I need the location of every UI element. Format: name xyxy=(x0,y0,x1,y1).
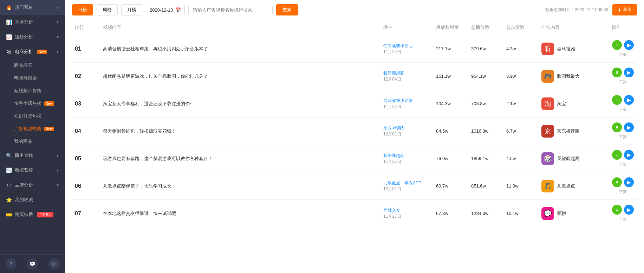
ad-name: 我智商超高 xyxy=(557,155,580,162)
sidebar-item-live-analysis[interactable]: 📊 直播分析 ▼ xyxy=(0,15,65,30)
total-play-cell: 1859.1w xyxy=(468,156,503,161)
search-button[interactable]: 搜索 xyxy=(276,4,298,15)
action-cell: ≡ ▶ 下架 xyxy=(609,150,637,167)
table-row: 02 超休闲悬疑解密游戏，过关全靠脑洞，你能过几关？ 我智商超高 12月04日 … xyxy=(72,63,637,90)
rank-cell: 03 xyxy=(72,101,100,107)
chevron-icon: ▼ xyxy=(56,6,59,9)
chevron-icon2: ▼ xyxy=(56,20,59,24)
sidebar-sub-kuaishou-shop[interactable]: 快手小店热榜 New xyxy=(0,97,65,110)
sidebar-sub-goods-search[interactable]: 商品搜索 xyxy=(0,59,65,72)
sidebar-sub-ad-video-rank[interactable]: 广告视频热榜 New xyxy=(0,122,65,135)
play-increase-cell: 161.1w xyxy=(433,74,468,79)
author-cell: 网购省钱小迷妹 11月27日 xyxy=(380,98,433,110)
detail-button[interactable]: ≡ xyxy=(612,95,622,105)
table-container: 排行 视频内容 播主 播放数增量 总播放数 总点赞数 广告内容 操作 01 高清… xyxy=(65,20,644,273)
date-value: 2020-12-10 xyxy=(150,7,173,13)
sidebar-sub-short-video-rank[interactable]: 短视频带货榜 xyxy=(0,84,65,97)
author-name[interactable]: 京东·特惠5 xyxy=(383,125,430,131)
ad-icon: 🎵 xyxy=(541,180,554,192)
play-increase-cell: 69.7w xyxy=(433,183,468,189)
search-input[interactable] xyxy=(188,5,273,15)
play-increase-cell: 84.5w xyxy=(433,128,468,134)
author-name[interactable]: 儿歌点点—早教APP xyxy=(383,180,430,186)
author-name[interactable]: 我智商超高 xyxy=(383,70,430,76)
play-button[interactable]: ▶ xyxy=(624,40,634,50)
detail-button[interactable]: ≡ xyxy=(612,122,622,132)
action-cell: ≡ ▶ 下架 xyxy=(609,68,637,85)
detail-button[interactable]: ≡ xyxy=(612,68,622,77)
tab-monthly[interactable]: 月榜 xyxy=(121,4,142,15)
live-icon: 📊 xyxy=(6,19,12,25)
sidebar-item-hot-material[interactable]: 🔥 热门素材 ▼ xyxy=(0,0,65,15)
chat-button[interactable]: 💬 xyxy=(27,258,38,269)
table-row: 06 儿歌点点陪伴孩子，快乐学习成长 儿歌点点—早教APP 12月01日 69.… xyxy=(72,172,637,200)
play-button[interactable]: ▶ xyxy=(624,205,634,215)
ad-name: 淘宝 xyxy=(557,101,566,107)
status-badge: 下架 xyxy=(619,52,627,57)
total-like-cell: 3.9w xyxy=(503,74,539,79)
hot-material-icon: 🔥 xyxy=(6,4,12,11)
author-cell: 京东·特惠5 12月01日 xyxy=(380,125,433,137)
author-name[interactable]: 我智商超高 xyxy=(383,153,430,159)
author-name[interactable]: 同城交友 xyxy=(383,208,430,214)
sidebar-item-ecommerce[interactable]: 🛍 电商分析 New ▲ xyxy=(0,44,65,59)
play-button[interactable]: ▶ xyxy=(624,95,634,105)
tab-weekly[interactable]: 周榜 xyxy=(97,4,118,15)
sidebar: 🔥 热门素材 ▼ 📊 直播分析 ▼ 📈 挂榜分析 ▼ 🛍 电商分析 New ▲ … xyxy=(0,0,65,273)
author-date: 11月27日 xyxy=(383,49,430,55)
play-increase-cell: 67.3w xyxy=(433,211,468,216)
play-button[interactable]: ▶ xyxy=(624,150,634,160)
header-right: 数据更新时间：2020-12-11 06:00 ⬆ 导出 xyxy=(545,4,637,15)
tab-daily[interactable]: 日榜 xyxy=(72,4,93,15)
ad-content-cell: 🎮 脑洞我最大 xyxy=(539,70,609,83)
mini-program-button[interactable]: ⬡ xyxy=(48,258,60,269)
main-content: 日榜 周榜 月榜 2020-12-10 📅 搜索 数据更新时间：2020-12-… xyxy=(65,0,644,273)
author-date: 11月27日 xyxy=(383,214,430,220)
play-button[interactable]: ▶ xyxy=(624,177,634,187)
table-header: 排行 视频内容 播主 播放数增量 总播放数 总点赞数 广告内容 操作 xyxy=(72,20,637,35)
ad-name: 爱聊 xyxy=(557,210,566,217)
sidebar-item-anchor-search[interactable]: 🔍 播主查找 ▼ xyxy=(0,148,65,163)
help-button[interactable]: ? xyxy=(5,258,17,269)
author-name[interactable]: 你的睡前小甜心 xyxy=(383,43,430,49)
total-like-cell: 2.1w xyxy=(503,101,539,106)
total-like-cell: 6.7w xyxy=(503,128,539,134)
sidebar-item-favorites[interactable]: ⭐ 我的收藏 xyxy=(0,192,65,207)
sidebar-bottom: ? 💬 ⬡ xyxy=(0,254,65,273)
export-label: 导出 xyxy=(623,7,632,13)
status-badge: 下架 xyxy=(619,217,627,222)
rank-icon: 📈 xyxy=(6,34,12,40)
rank-cell: 02 xyxy=(72,73,100,80)
title-cell: 每天签到领红包，轻松赚取零花钱！ xyxy=(100,128,380,134)
sidebar-item-data-monitor[interactable]: 📉 数据监控 ▼ xyxy=(0,163,65,178)
ad-icon: 京 xyxy=(541,125,554,138)
col-ad-content: 广告内容 xyxy=(539,24,609,31)
col-total-play: 总播放数 xyxy=(468,24,503,31)
sidebar-sub-my-goods[interactable]: 我的商品 xyxy=(0,135,65,148)
sidebar-sub-ecommerce-search[interactable]: 电商号搜索 xyxy=(0,72,65,84)
play-button[interactable]: ▶ xyxy=(624,122,634,132)
total-like-cell: 11.9w xyxy=(503,183,539,189)
sidebar-item-buy[interactable]: 💳 购买续费 年付6折 xyxy=(0,207,65,222)
sidebar-item-rank-analysis[interactable]: 📈 挂榜分析 ▼ xyxy=(0,30,65,44)
sidebar-sub-knowledge-rank[interactable]: 知识付费热榜 xyxy=(0,110,65,122)
chevron-icon6: ▼ xyxy=(56,169,59,172)
ad-name: 儿歌点点 xyxy=(557,183,575,189)
detail-button[interactable]: ≡ xyxy=(612,177,622,187)
date-picker[interactable]: 2020-12-10 📅 xyxy=(146,5,185,15)
export-button[interactable]: ⬆ 导出 xyxy=(612,4,637,15)
chevron-icon5: ▼ xyxy=(56,154,59,158)
detail-button[interactable]: ≡ xyxy=(612,205,622,215)
play-button[interactable]: ▶ xyxy=(624,68,634,77)
sidebar-item-brand-analysis[interactable]: 🏷 品牌分析 ▼ xyxy=(0,178,65,192)
col-rank: 排行 xyxy=(72,24,100,31)
play-increase-cell: 76.0w xyxy=(433,156,468,161)
detail-button[interactable]: ≡ xyxy=(612,40,622,50)
col-author: 播主 xyxy=(380,24,433,31)
author-date: 11月27日 xyxy=(383,104,430,110)
action-cell: ≡ ▶ 下架 xyxy=(609,177,637,195)
update-time: 数据更新时间：2020-12-11 06:00 xyxy=(545,7,608,13)
author-name[interactable]: 网购省钱小迷妹 xyxy=(383,98,430,104)
detail-button[interactable]: ≡ xyxy=(612,150,622,160)
author-date: 12月04日 xyxy=(383,76,430,82)
